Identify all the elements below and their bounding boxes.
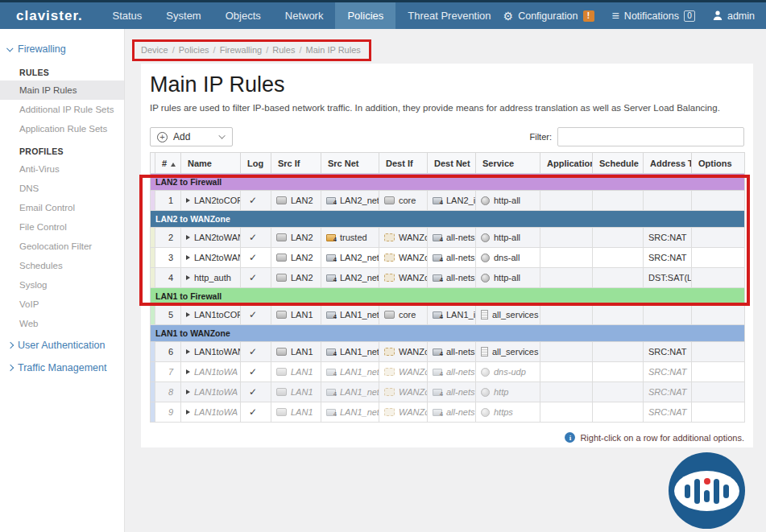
src-if-cell: LAN1 bbox=[271, 382, 321, 402]
nav-item-network[interactable]: Network bbox=[273, 2, 336, 29]
rule-name-cell[interactable]: LAN2toCOR bbox=[181, 191, 241, 211]
sidebar-item-file-control[interactable]: File Control bbox=[0, 217, 124, 237]
sidebar-item-additional-ip-rule-sets[interactable]: Additional IP Rule Sets bbox=[0, 100, 124, 119]
column-header-log[interactable]: Log bbox=[241, 153, 271, 174]
column-header-address-tr[interactable]: Address Tr... bbox=[644, 153, 692, 174]
group-header-label: LAN2 to Firewall bbox=[151, 174, 745, 191]
nav-menu: StatusSystemObjectsNetworkPoliciesThreat… bbox=[100, 2, 503, 29]
column-header-schedule[interactable]: Schedule bbox=[593, 153, 644, 174]
rule-row-3[interactable]: 3LAN2toWAN✓LAN2LAN2_netWANZoneall-netsdn… bbox=[151, 248, 745, 268]
expand-arrow-icon[interactable] bbox=[186, 410, 190, 414]
column-header-application[interactable]: Application.. bbox=[540, 153, 593, 174]
rule-row-8[interactable]: 8LAN1toWA✓LAN1LAN1_netWANZoneall-netshtt… bbox=[151, 382, 745, 402]
rule-name: LAN1toCOR bbox=[194, 310, 241, 320]
rule-name-cell[interactable]: http_auth bbox=[181, 268, 241, 288]
rule-name-cell[interactable]: LAN2toWAN bbox=[181, 228, 241, 248]
table-note: i Right-click on a row for additional op… bbox=[150, 432, 744, 443]
application-cell bbox=[540, 248, 593, 268]
rule-name-cell[interactable]: LAN1toWA bbox=[181, 402, 241, 423]
column-header-service[interactable]: Service bbox=[476, 153, 540, 174]
rule-row-9[interactable]: 9LAN1toWA✓LAN1LAN1_netWANZoneall-netshtt… bbox=[151, 402, 745, 423]
breadcrumb-separator: / bbox=[172, 45, 175, 55]
filter-input[interactable] bbox=[557, 127, 744, 146]
service-label: https bbox=[494, 407, 513, 417]
user-label: admin bbox=[727, 10, 755, 22]
add-button[interactable]: + Add bbox=[150, 127, 233, 146]
dest-net-cell: all-nets bbox=[428, 402, 476, 423]
expand-arrow-icon[interactable] bbox=[186, 312, 190, 317]
net4-icon bbox=[433, 234, 442, 241]
sidebar-item-syslog[interactable]: Syslog bbox=[0, 275, 124, 295]
column-header-[interactable]: # bbox=[155, 153, 181, 174]
configuration-button[interactable]: ⚙ Configuration ! bbox=[503, 10, 594, 22]
group-header-lan1-to-wanzone: LAN1 to WANZone bbox=[151, 325, 745, 342]
rule-index: 6 bbox=[155, 342, 181, 362]
sidebar-item-main-ip-rules[interactable]: Main IP Rules bbox=[0, 80, 124, 100]
rule-row-2[interactable]: 2LAN2toWAN✓LAN2trustedWANZoneall-netshtt… bbox=[151, 228, 745, 248]
dest-net-cell: all-nets bbox=[428, 362, 476, 382]
logo-bar bbox=[704, 490, 710, 502]
nav-item-threat-prevention[interactable]: Threat Prevention bbox=[395, 2, 503, 29]
nav-item-policies[interactable]: Policies bbox=[335, 2, 395, 29]
net4-icon bbox=[433, 348, 442, 356]
column-header-options[interactable]: Options bbox=[692, 153, 745, 174]
breadcrumb-item-policies[interactable]: Policies bbox=[179, 45, 209, 55]
note-text: Right-click on a row for additional opti… bbox=[580, 433, 744, 443]
sidebar-item-geolocation-filter[interactable]: Geolocation Filter bbox=[0, 237, 124, 256]
checkmark-icon: ✓ bbox=[246, 272, 257, 283]
column-header-src-if[interactable]: Src If bbox=[271, 153, 321, 174]
expand-arrow-icon[interactable] bbox=[186, 255, 190, 260]
dest-net-label: all-nets bbox=[446, 347, 474, 357]
sidebar-item-dns[interactable]: DNS bbox=[0, 179, 124, 198]
application-cell bbox=[540, 342, 593, 362]
breadcrumb-item-device[interactable]: Device bbox=[141, 45, 168, 55]
nav-item-status[interactable]: Status bbox=[100, 2, 154, 29]
breadcrumb-item-main-ip-rules[interactable]: Main IP Rules bbox=[305, 45, 360, 55]
sidebar-item-anti-virus[interactable]: Anti-Virus bbox=[0, 159, 124, 179]
rule-row-5[interactable]: 5LAN1toCOR✓LAN1LAN1_netcoreLAN1_ipall_se… bbox=[151, 305, 745, 325]
expand-arrow-icon[interactable] bbox=[186, 349, 190, 354]
rule-row-4[interactable]: 4http_auth✓LAN2LAN2_netWANZoneall-netsht… bbox=[151, 268, 745, 288]
rule-row-1[interactable]: 1LAN2toCOR✓LAN2LAN2_netcoreLAN2_iphttp-a… bbox=[151, 191, 745, 211]
sidebar-group-traffic-management[interactable]: Traffic Management bbox=[0, 357, 124, 378]
rule-name-cell[interactable]: LAN1toWA bbox=[181, 382, 241, 402]
nav-item-objects[interactable]: Objects bbox=[213, 2, 273, 29]
sidebar-item-web[interactable]: Web bbox=[0, 314, 124, 333]
breadcrumb-item-rules[interactable]: Rules bbox=[272, 45, 295, 55]
column-header-dest-if[interactable]: Dest If bbox=[379, 153, 428, 174]
breadcrumb-item-firewalling[interactable]: Firewalling bbox=[220, 45, 263, 55]
user-menu[interactable]: admin bbox=[713, 10, 755, 22]
gear-icon: ⚙ bbox=[503, 10, 514, 22]
expand-arrow-icon[interactable] bbox=[186, 369, 190, 374]
rule-name-cell[interactable]: LAN2toWAN bbox=[181, 248, 241, 268]
expand-arrow-icon[interactable] bbox=[186, 198, 190, 203]
dest-if-label: WANZone bbox=[399, 387, 427, 397]
schedule-cell bbox=[593, 362, 644, 382]
rule-name-cell[interactable]: LAN1toCOR bbox=[181, 305, 241, 325]
sidebar-group-user-authentication[interactable]: User Authentication bbox=[0, 335, 124, 356]
rule-name-cell[interactable]: LAN1toWAN bbox=[181, 342, 241, 362]
sidebar-group-firewalling[interactable]: Firewalling bbox=[0, 39, 124, 60]
sidebar-section-profiles: PROFILES bbox=[0, 138, 124, 159]
expand-arrow-icon[interactable] bbox=[186, 390, 190, 394]
expand-arrow-icon[interactable] bbox=[186, 235, 190, 240]
notifications-button[interactable]: ≡ Notifications 0 bbox=[612, 10, 695, 23]
src-net-label: LAN2_net bbox=[340, 273, 379, 282]
sidebar-item-schedules[interactable]: Schedules bbox=[0, 256, 124, 275]
column-header-src-net[interactable]: Src Net bbox=[321, 153, 379, 174]
sidebar-item-voip[interactable]: VoIP bbox=[0, 295, 124, 314]
address-tr-cell: SRC:NAT bbox=[644, 402, 692, 423]
nav-item-system[interactable]: System bbox=[154, 2, 213, 29]
column-header-name[interactable]: Name bbox=[181, 153, 241, 174]
rule-row-6[interactable]: 6LAN1toWAN✓LAN1LAN1_netWANZoneall-netsal… bbox=[151, 342, 745, 362]
column-header-dest-net[interactable]: Dest Net bbox=[428, 153, 476, 174]
rule-name-cell[interactable]: LAN1toWA bbox=[181, 362, 241, 382]
checkmark-icon: ✓ bbox=[246, 252, 257, 263]
service-icon bbox=[481, 368, 490, 377]
expand-arrow-icon[interactable] bbox=[186, 275, 190, 280]
src-net-cell: LAN1_net bbox=[321, 342, 379, 362]
sidebar-item-application-rule-sets[interactable]: Application Rule Sets bbox=[0, 119, 124, 138]
rule-row-7[interactable]: 7LAN1toWA✓LAN1LAN1_netWANZoneall-netsdns… bbox=[151, 362, 745, 382]
address-tr-cell: SRC:NAT bbox=[644, 382, 692, 402]
sidebar-item-email-control[interactable]: Email Control bbox=[0, 198, 124, 217]
